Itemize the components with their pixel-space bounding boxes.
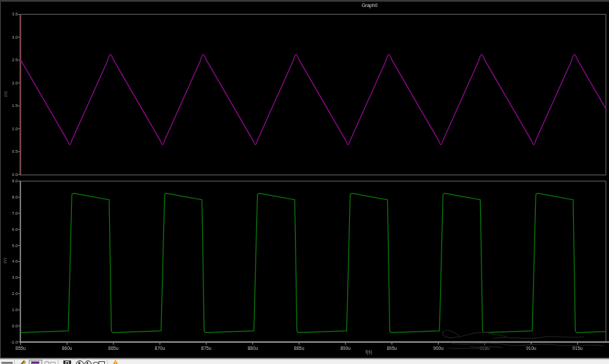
svg-text:-1.0: -1.0: [11, 340, 18, 344]
svg-text:1.0: 1.0: [12, 127, 18, 131]
svg-text:1.0: 1.0: [12, 308, 18, 312]
svg-text:905u: 905u: [479, 346, 490, 351]
svg-text:7.0: 7.0: [12, 211, 18, 215]
svg-text:890u: 890u: [340, 346, 351, 351]
svg-text:6.0: 6.0: [12, 227, 18, 232]
svg-text:855u: 855u: [15, 346, 26, 351]
svg-text:870u: 870u: [155, 346, 165, 351]
svg-text:885u: 885u: [294, 346, 305, 351]
svg-text:910u: 910u: [526, 346, 536, 351]
svg-text:880u: 880u: [248, 346, 258, 351]
svg-text:(V): (V): [3, 258, 7, 263]
svg-text:0.0: 0.0: [12, 172, 18, 177]
svg-text:8.0: 8.0: [12, 195, 18, 199]
svg-text:4.0: 4.0: [12, 259, 18, 263]
svg-text:3.5: 3.5: [12, 12, 18, 16]
svg-text:0.5: 0.5: [12, 149, 18, 153]
svg-text:2.0: 2.0: [12, 291, 18, 296]
svg-text:2.5: 2.5: [12, 58, 18, 62]
svg-text:5.0: 5.0: [12, 244, 18, 248]
svg-text:0.0: 0.0: [12, 324, 18, 328]
svg-text:t(s): t(s): [365, 349, 372, 355]
svg-text:Graph0: Graph0: [362, 3, 378, 8]
svg-text:865u: 865u: [108, 346, 119, 351]
svg-text:875u: 875u: [201, 346, 212, 351]
svg-text:3.0: 3.0: [12, 275, 18, 280]
svg-text:1.5: 1.5: [12, 103, 18, 108]
svg-text:2.0: 2.0: [12, 81, 18, 85]
svg-text:860u: 860u: [62, 346, 73, 351]
svg-text:915u: 915u: [572, 346, 583, 351]
svg-text:3.0: 3.0: [12, 35, 18, 39]
svg-text:900u: 900u: [433, 346, 444, 351]
svg-text:(V): (V): [4, 92, 8, 97]
svg-text:895u: 895u: [387, 346, 397, 351]
svg-text:9.0: 9.0: [12, 179, 18, 183]
